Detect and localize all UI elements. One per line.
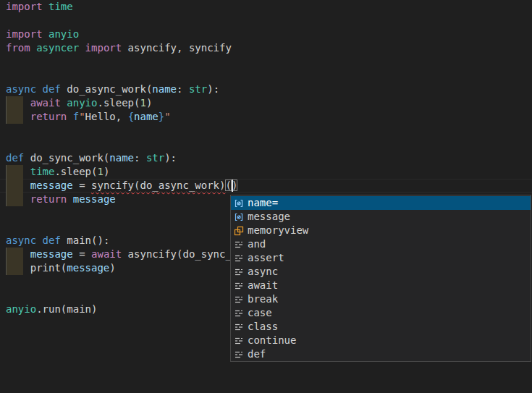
suggestion-item-await[interactable]: await [231,279,531,292]
suggestion-label: break [248,292,278,306]
code-token[interactable]: 1 [140,97,145,109]
code-token[interactable]: message [73,193,116,205]
cursor-caret [232,179,233,192]
code-token[interactable]: def [43,234,61,246]
code-token[interactable]: = [73,248,91,260]
code-token[interactable]: asyncify, syncify [122,42,232,54]
code-token[interactable]: def [6,152,24,164]
suggest-widget[interactable]: name= message memoryview [230,195,531,362]
code-token[interactable]: = [73,179,91,191]
keyword-icon [233,294,245,305]
code-line[interactable]: await anyio.sleep(1) [6,96,532,110]
code-line[interactable]: return f"Hello, {name}" [6,110,532,124]
code-token[interactable]: } [159,111,164,122]
code-token[interactable] [36,83,42,95]
suggestion-item-def[interactable]: def [231,347,531,361]
code-token[interactable]: main(): [61,234,109,246]
code-token[interactable] [36,234,42,246]
code-token[interactable]: " [164,111,170,122]
code-line[interactable] [6,69,532,83]
suggestion-item-and[interactable]: and [231,237,531,251]
code-token[interactable] [67,193,72,205]
code-token[interactable]: await [91,248,122,260]
suggestion-item-case[interactable]: case [231,306,531,320]
code-token[interactable]: str [146,152,164,164]
code-token[interactable]: def [43,83,61,95]
suggestion-item-async[interactable]: async [231,265,531,279]
code-token[interactable]: message [30,179,73,191]
code-token[interactable]: anyio [67,97,97,109]
code-token[interactable]: f [73,111,79,122]
code-token[interactable] [67,111,72,122]
code-token[interactable]: .run(main) [36,303,97,315]
code-token[interactable]: .sleep( [54,166,97,177]
suggestion-item-name[interactable]: name= [231,196,531,210]
code-token[interactable]: message [67,262,109,274]
suggestion-item-class[interactable]: class [231,320,531,334]
code-token[interactable]: import [6,1,43,12]
code-token[interactable] [30,42,36,54]
suggestion-item-continue[interactable]: continue [231,334,531,347]
code-token[interactable]: ) [104,166,109,177]
code-token[interactable]: name [152,83,177,95]
code-token[interactable]: do_async_work( [61,83,152,95]
code-token[interactable]: message [30,248,73,260]
code-token[interactable]: do_sync_work( [24,152,109,164]
keyword-icon [233,321,245,333]
code-line[interactable] [6,124,532,138]
suggestion-item-memoryview[interactable]: memoryview [231,224,531,237]
code-token[interactable]: name [109,152,134,164]
code-line[interactable] [6,138,532,151]
code-token[interactable]: .sleep( [97,97,140,109]
code-line[interactable]: def do_sync_work(name: str): [6,151,532,165]
code-token[interactable]: Hello, [85,111,128,122]
code-line[interactable]: message = syncify(do_async_work)() [6,179,532,193]
code-token[interactable]: import [6,28,43,40]
code-token[interactable]: : [134,152,146,164]
editor-pane[interactable]: import timeimport anyiofrom asyncer impo… [0,0,532,393]
error-squiggle-token[interactable]: syncify(do_async_work) [91,179,225,191]
code-token[interactable] [43,1,48,12]
suggestion-item-message[interactable]: message [231,210,531,224]
code-token[interactable]: ) [109,262,115,274]
code-token[interactable]: async [6,83,36,95]
keyword-icon [233,280,245,292]
code-line[interactable]: async def do_async_work(name: str): [6,83,532,96]
code-token[interactable]: await [30,97,61,109]
code-token[interactable]: time [48,1,73,12]
code-token[interactable]: asyncer [36,42,79,54]
code-token[interactable]: return [30,193,67,205]
code-token[interactable]: import [85,42,122,54]
code-token[interactable]: 1 [97,166,103,177]
suggestion-item-break[interactable]: break [231,292,531,306]
code-token[interactable]: str [189,83,207,95]
keyword-icon [233,308,245,319]
code-token[interactable]: asyncify(do_sync_ [122,248,232,260]
code-token[interactable]: async [6,234,36,246]
code-token[interactable] [43,28,48,40]
variable-icon [233,211,245,223]
code-line[interactable]: import anyio [6,28,532,41]
code-token[interactable]: anyio [6,303,36,315]
code-token[interactable]: ) [146,97,152,109]
code-token[interactable]: from [6,42,30,54]
code-token[interactable]: ): [164,152,177,164]
suggestion-item-assert[interactable]: assert [231,251,531,265]
code-line[interactable]: time.sleep(1) [6,165,532,179]
code-token[interactable] [79,42,85,54]
code-token[interactable]: name [134,111,159,122]
code-line[interactable] [6,14,532,28]
code-line[interactable]: from asyncer import asyncify, syncify [6,41,532,55]
code-token[interactable]: : [177,83,189,95]
bracket-match-token[interactable]: ( [225,179,231,191]
keyword-icon [233,335,245,347]
code-token[interactable]: { [128,111,134,122]
code-line[interactable] [6,55,532,69]
code-token[interactable]: " [79,111,85,122]
code-token[interactable]: anyio [48,28,79,40]
code-token[interactable]: time [30,166,55,177]
code-token[interactable]: return [30,111,67,122]
suggestion-label: async [248,265,278,279]
code-line[interactable]: import time [6,0,532,14]
code-token[interactable]: ): [207,83,219,95]
